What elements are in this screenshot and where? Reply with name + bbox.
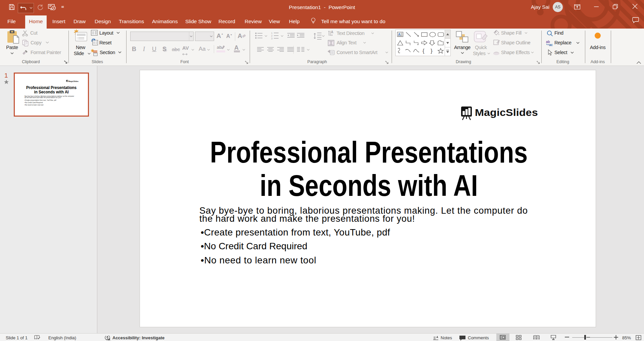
svg-text:ac: ac <box>549 43 553 46</box>
svg-text:3: 3 <box>271 37 273 40</box>
svg-text:A: A <box>398 33 400 36</box>
svg-text:{: { <box>423 48 425 54</box>
svg-text:1: 1 <box>271 32 273 34</box>
svg-text:2: 2 <box>271 35 273 37</box>
svg-text:}: } <box>431 48 433 54</box>
svg-text:A: A <box>331 30 333 34</box>
